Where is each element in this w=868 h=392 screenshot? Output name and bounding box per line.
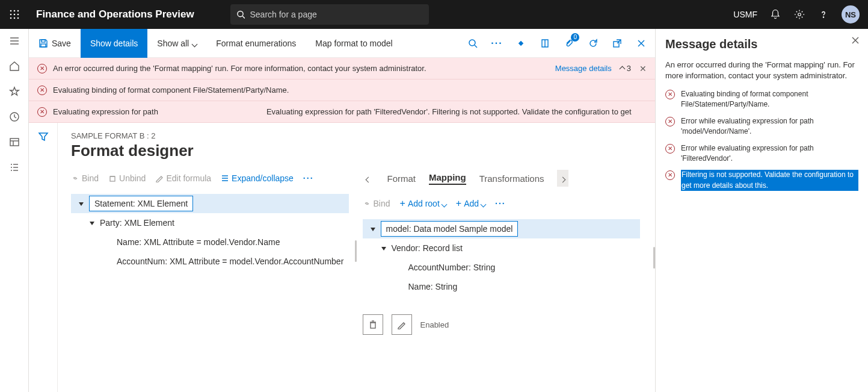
- pane-divider[interactable]: [355, 167, 357, 335]
- tree-node[interactable]: Name: XML Attribute = model.Vendor.Name: [71, 232, 349, 252]
- detail-item[interactable]: ✕Error while evaluating expression for p…: [665, 116, 858, 137]
- svg-point-9: [237, 11, 242, 16]
- chevron-down-icon: [481, 199, 485, 208]
- search-icon[interactable]: [467, 38, 478, 49]
- book-icon[interactable]: [540, 38, 550, 49]
- svg-point-1: [14, 10, 16, 12]
- svg-point-28: [469, 40, 475, 46]
- chevron-down-icon: [442, 199, 446, 208]
- svg-point-2: [17, 10, 19, 12]
- svg-point-6: [10, 17, 12, 19]
- tab-scroll-left[interactable]: [363, 173, 374, 184]
- tree-node[interactable]: Party: XML Element: [71, 213, 349, 232]
- expand-icon[interactable]: [380, 244, 388, 252]
- svg-rect-17: [10, 138, 19, 146]
- expand-icon[interactable]: [77, 199, 85, 208]
- brand-title: Finance and Operations Preview: [29, 8, 194, 20]
- recent-icon[interactable]: [8, 111, 20, 123]
- error-icon: ✕: [665, 170, 675, 191]
- svg-point-4: [14, 14, 16, 16]
- svg-rect-34: [110, 176, 115, 181]
- tree-node[interactable]: AccountNumber: String: [363, 258, 641, 277]
- app-launcher[interactable]: [0, 0, 29, 29]
- add-button[interactable]: +Add: [456, 198, 485, 209]
- bind-button[interactable]: Bind: [363, 199, 390, 208]
- bind-button[interactable]: Bind: [71, 173, 99, 183]
- chevron-up-icon: [620, 64, 624, 73]
- detail-item[interactable]: ✕Error while evaluating expression for p…: [665, 143, 858, 164]
- svg-point-8: [17, 17, 19, 19]
- enabled-label: Enabled: [420, 320, 449, 329]
- svg-point-12: [823, 17, 823, 17]
- tab-scroll-right[interactable]: [557, 170, 568, 187]
- more-icon[interactable]: ···: [495, 199, 506, 208]
- filter-icon[interactable]: [38, 131, 49, 392]
- error-icon: ✕: [665, 90, 675, 110]
- svg-point-7: [14, 17, 16, 19]
- show-all-button[interactable]: Show all: [147, 29, 206, 58]
- tree-node[interactable]: Name: String: [363, 277, 641, 296]
- detail-item[interactable]: ✕Filtering is not supported. Validate th…: [665, 170, 858, 191]
- tree-node[interactable]: Vendor: Record list: [363, 238, 641, 258]
- tab-format[interactable]: Format: [387, 173, 416, 184]
- detail-item[interactable]: ✕Evaluating binding of format component …: [665, 89, 858, 110]
- breadcrumb: SAMPLE FORMAT B : 2: [71, 131, 640, 140]
- svg-rect-26: [42, 40, 45, 42]
- company-code[interactable]: USMF: [733, 10, 757, 19]
- gear-icon[interactable]: [793, 8, 805, 20]
- page-title: Format designer: [71, 142, 640, 160]
- unbind-button[interactable]: Unbind: [108, 173, 146, 183]
- svg-line-10: [242, 16, 245, 19]
- tree-node[interactable]: Statement: XML Element: [71, 194, 349, 213]
- error-icon: ✕: [37, 107, 47, 117]
- diamond-icon[interactable]: [516, 38, 526, 49]
- error-icon: ✕: [665, 144, 675, 164]
- map-format-button[interactable]: Map format to model: [306, 29, 402, 58]
- svg-point-0: [10, 10, 12, 12]
- expand-icon[interactable]: [88, 219, 96, 227]
- format-enumerations-button[interactable]: Format enumerations: [206, 29, 306, 58]
- error-banner: ✕ Evaluating binding of format component…: [29, 79, 655, 101]
- details-summary: An error occurred during the 'Format map…: [665, 60, 858, 81]
- edit-formula-button[interactable]: Edit formula: [155, 173, 211, 183]
- popout-icon[interactable]: [612, 38, 623, 49]
- attachments-icon[interactable]: 0: [564, 38, 574, 49]
- error-banner: ✕ Evaluating expression for path Evaluat…: [29, 101, 655, 123]
- help-icon[interactable]: [817, 8, 830, 20]
- save-button[interactable]: Save: [29, 29, 81, 58]
- tree-node[interactable]: AccountNum: XML Attribute = model.Vendor…: [71, 252, 349, 271]
- show-details-button[interactable]: Show details: [81, 29, 147, 58]
- chevron-right-icon: [561, 173, 565, 184]
- global-search[interactable]: [230, 4, 429, 25]
- tab-mapping[interactable]: Mapping: [429, 172, 466, 185]
- svg-point-3: [10, 14, 12, 16]
- menu-icon[interactable]: [8, 35, 20, 47]
- details-title: Message details: [665, 37, 858, 51]
- svg-rect-27: [41, 44, 46, 47]
- expand-collapse-button[interactable]: Expand/collapse: [221, 173, 294, 183]
- close-page-icon[interactable]: [636, 38, 647, 49]
- tab-transformations[interactable]: Transformations: [479, 173, 544, 184]
- message-details-link[interactable]: Message details: [555, 64, 612, 73]
- refresh-icon[interactable]: [588, 38, 599, 49]
- tree-node[interactable]: model: Data model Sample model: [363, 219, 641, 238]
- search-input[interactable]: [250, 10, 422, 19]
- star-icon[interactable]: [8, 86, 20, 98]
- avatar[interactable]: NS: [842, 5, 860, 23]
- workspaces-icon[interactable]: [8, 136, 20, 148]
- error-banner: ✕ An error occurred during the 'Format m…: [29, 58, 655, 79]
- more-icon[interactable]: ···: [303, 173, 314, 183]
- chevron-down-icon: [192, 39, 197, 48]
- modules-icon[interactable]: [8, 161, 20, 173]
- close-icon[interactable]: [851, 36, 860, 45]
- banner-close-icon[interactable]: ✕: [639, 64, 647, 73]
- expand-icon[interactable]: [369, 225, 377, 233]
- svg-line-29: [475, 45, 477, 48]
- delete-button[interactable]: [363, 314, 383, 335]
- banner-expand[interactable]: 3: [620, 64, 631, 73]
- more-ellipsis-icon[interactable]: ···: [491, 38, 502, 49]
- home-icon[interactable]: [8, 60, 20, 72]
- bell-icon[interactable]: [769, 8, 781, 20]
- add-root-button[interactable]: +Add root: [400, 198, 446, 209]
- edit-button[interactable]: [392, 314, 412, 335]
